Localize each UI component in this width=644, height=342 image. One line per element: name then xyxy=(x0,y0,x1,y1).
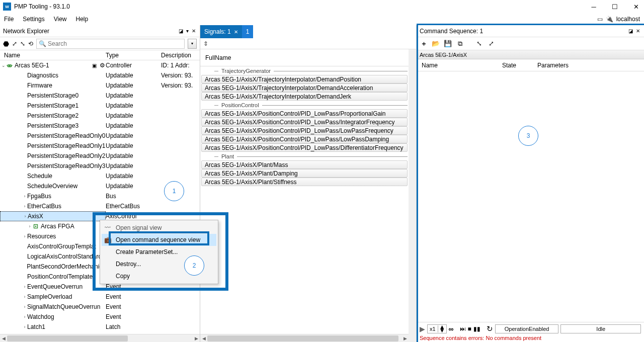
play-icon[interactable]: ▶ xyxy=(420,325,425,333)
cmd-error-text: Sequence contains errors: No commands pr… xyxy=(417,335,644,342)
expand-out-icon[interactable]: ⤢ xyxy=(487,40,495,48)
signal-row[interactable]: Arcas 5EG-1/AxisX/PositionControl/PID_Lo… xyxy=(201,143,408,152)
controller-icon xyxy=(6,62,13,69)
add-icon[interactable]: ＋ xyxy=(420,40,428,48)
popout-icon[interactable]: ◪ xyxy=(627,27,634,35)
search-options-dropdown[interactable]: ▾ xyxy=(188,39,197,49)
infinity-icon[interactable]: ∞ xyxy=(449,325,454,333)
tree-row[interactable]: PersistentStorageReadOnly3Updatable xyxy=(0,161,200,171)
signal-group-label: TrajectoryGenerator xyxy=(218,68,274,74)
refresh-icon[interactable]: ↻ xyxy=(487,324,493,333)
skip-next-icon[interactable]: ⏭ xyxy=(460,325,466,332)
svg-point-4 xyxy=(10,65,11,66)
search-input[interactable]: 🔍 xyxy=(36,39,185,49)
plug-filled-icon[interactable]: ⬣ xyxy=(3,40,9,48)
ctx-open-command-sequence-view[interactable]: 💼 Open command sequence view xyxy=(102,234,216,246)
menu-settings[interactable]: Settings xyxy=(23,16,44,23)
signal-row[interactable]: Arcas 5EG-1/AxisX/TrajectoryInterpolator… xyxy=(201,75,408,83)
menu-view[interactable]: View xyxy=(54,16,67,23)
sig-horizontal-scrollbar[interactable]: ◀▶ xyxy=(200,334,409,342)
ne-title: Network Explorer xyxy=(3,28,49,35)
signal-row[interactable]: Arcas 5EG-1/AxisX/Plant/Mass xyxy=(201,160,408,169)
operation-enabled-button[interactable]: OperationEnabled xyxy=(495,324,559,333)
signal-row[interactable]: Arcas 5EG-1/AxisX/TrajectoryInterpolator… xyxy=(201,92,408,101)
popout-icon[interactable]: ◪ xyxy=(178,27,184,35)
tree-row[interactable]: ›WatchdogEvent xyxy=(0,312,200,322)
tree-row[interactable]: ›Latch1Latch xyxy=(0,322,200,332)
monitor-icon[interactable]: ▣ xyxy=(91,62,98,69)
svg-rect-0 xyxy=(8,64,12,67)
cmd-column-headers[interactable]: Name State Parameters xyxy=(417,59,644,71)
close-panel-icon[interactable]: ✕ xyxy=(191,27,197,35)
briefcase-icon: 💼 xyxy=(104,236,112,243)
signal-group-label: PositionControl xyxy=(218,102,262,108)
search-icon: 🔍 xyxy=(39,40,46,47)
expand-out-icon[interactable]: ⤢ xyxy=(12,40,17,47)
tree-row[interactable]: PersistentStorageReadOnly2Updatable xyxy=(0,151,200,161)
idle-button[interactable]: Idle xyxy=(560,324,641,333)
signal-row[interactable]: Arcas 5EG-1/AxisX/Plant/Stiffness xyxy=(201,178,408,186)
menu-bar: File Settings View Help ▭ 🔌 localhost xyxy=(0,13,644,25)
annotation-1: 1 xyxy=(173,188,176,195)
minimize-button[interactable]: ─ xyxy=(589,3,599,11)
gear-icon[interactable]: ⚙ xyxy=(99,62,106,69)
tree-row[interactable]: PersistentStorageReadOnly1Updatable xyxy=(0,141,200,151)
sig-vertical-scrollbar[interactable] xyxy=(409,49,416,342)
maximize-button[interactable]: ☐ xyxy=(610,3,620,11)
tree-row[interactable]: PersistentStorage3Updatable xyxy=(0,121,200,131)
collapse-in-icon[interactable]: ⤡ xyxy=(475,40,483,48)
tree-row[interactable]: PersistentStorage1Updatable xyxy=(0,101,200,111)
signal-row[interactable]: Arcas 5EG-1/AxisX/PositionControl/PID_Lo… xyxy=(201,135,408,143)
signals-tab-2[interactable]: 1 xyxy=(242,25,254,38)
signals-tab-1[interactable]: Signals: 1✕ xyxy=(200,25,242,38)
cmd-title: Command Sequence: 1 xyxy=(420,28,483,35)
svg-point-3 xyxy=(8,65,9,66)
tree-row[interactable]: PersistentStorage2Updatable xyxy=(0,111,200,121)
speed-stepper[interactable]: x1 ▲▼ xyxy=(427,324,447,333)
annotation-3: 3 xyxy=(527,132,530,139)
step-over-icon[interactable]: ▮▮ xyxy=(473,325,480,332)
menu-help[interactable]: Help xyxy=(76,16,89,23)
host-label: localhost xyxy=(616,16,640,23)
signal-row[interactable]: Arcas 5EG-1/AxisX/Plant/Damping xyxy=(201,169,408,178)
tree-row[interactable]: ›SampleOverloadEvent xyxy=(0,292,200,302)
tree-row[interactable]: ›EtherCatBusEtherCatBus xyxy=(0,201,200,211)
signal-row[interactable]: Arcas 5EG-1/AxisX/PositionControl/PID_Lo… xyxy=(201,118,408,126)
tree-root[interactable]: ⌄Arcas 5EG-1▣⚙ xyxy=(0,60,106,70)
ne-horizontal-scrollbar[interactable]: ◀▶ xyxy=(0,334,200,342)
annotation-2: 2 xyxy=(193,262,196,269)
cmd-target[interactable]: Arcas 5EG-1/AxisX xyxy=(417,50,644,59)
context-menu: 〰 Open signal view 💼 Open command sequen… xyxy=(100,220,218,284)
save-icon[interactable]: 💾 xyxy=(444,40,452,48)
close-button[interactable]: ✕ xyxy=(631,3,641,11)
signal-row[interactable]: Arcas 5EG-1/AxisX/TrajectoryInterpolator… xyxy=(201,83,408,92)
signal-row[interactable]: Arcas 5EG-1/AxisX/PositionControl/PID_Lo… xyxy=(201,109,408,118)
plug-icon[interactable]: 🔌 xyxy=(606,16,613,23)
tree-row[interactable]: PersistentStorageReadOnly0Updatable xyxy=(0,131,200,141)
tree-row[interactable]: ScheduleUpdatable xyxy=(0,171,200,181)
close-tab-icon[interactable]: ✕ xyxy=(234,29,238,35)
tree-row[interactable]: PersistentStorage0Updatable xyxy=(0,91,200,101)
app-icon: W xyxy=(3,3,11,11)
close-panel-icon[interactable]: ✕ xyxy=(635,27,641,35)
copy-icon[interactable]: ⧉ xyxy=(456,40,464,48)
ctx-open-signal-view[interactable]: 〰 Open signal view xyxy=(102,222,216,234)
tree-row[interactable]: FirmwareUpdatableVersion: 93. xyxy=(0,80,200,91)
signals-col-fullname[interactable]: FullName xyxy=(205,54,231,61)
updown-icon[interactable]: ⇕ xyxy=(203,40,208,47)
swap-icon[interactable]: ⟲ xyxy=(28,40,33,47)
ctx-create-parameterset[interactable]: Create ParameterSet... xyxy=(102,246,216,258)
signal-row[interactable]: Arcas 5EG-1/AxisX/PositionControl/PID_Lo… xyxy=(201,126,408,135)
pin-icon[interactable]: ▾ xyxy=(185,27,190,35)
open-icon[interactable]: 📂 xyxy=(432,40,440,48)
ne-column-headers[interactable]: Name Type Description xyxy=(0,50,200,60)
tree-row[interactable]: ›SignalMatchQueueOverrunEvent xyxy=(0,302,200,312)
signal-group-label: Plant xyxy=(218,153,237,159)
signal-icon: 〰 xyxy=(104,224,112,231)
screen-icon[interactable]: ▭ xyxy=(597,16,603,23)
menu-file[interactable]: File xyxy=(4,16,14,23)
tree-row[interactable]: DiagnosticsUpdatableVersion: 93. xyxy=(0,70,200,80)
cmd-body xyxy=(417,71,644,322)
collapse-in-icon[interactable]: ⤡ xyxy=(20,40,25,47)
stop-icon[interactable]: ■ xyxy=(468,325,471,332)
